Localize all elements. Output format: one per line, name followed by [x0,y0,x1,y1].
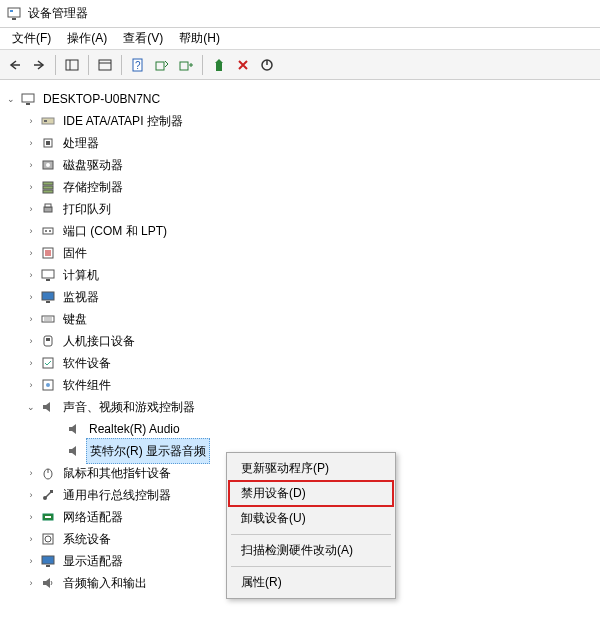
svg-rect-19 [44,120,47,122]
category-label: 音频输入和输出 [60,571,150,595]
svg-rect-38 [42,316,54,322]
expander-icon[interactable]: › [24,334,38,348]
tree-category[interactable]: ›存储控制器 [4,176,596,198]
menu-bar: 文件(F) 操作(A) 查看(V) 帮助(H) [0,28,600,50]
show-hide-tree-button[interactable] [61,54,83,76]
category-label: 固件 [60,241,90,265]
category-label: 存储控制器 [60,175,126,199]
tree-category[interactable]: ›计算机 [4,264,596,286]
svg-rect-42 [46,338,50,341]
printer-icon [40,201,56,217]
svg-rect-35 [46,279,50,281]
tree-category[interactable]: ›磁盘驱动器 [4,154,596,176]
menu-separator [231,534,391,535]
menu-properties[interactable]: 属性(R) [229,570,393,595]
properties-button[interactable] [94,54,116,76]
expander-icon[interactable]: › [24,268,38,282]
disk-icon [40,157,56,173]
expander-icon[interactable]: › [24,136,38,150]
expander-icon[interactable]: › [24,290,38,304]
mouse-icon [40,465,56,481]
category-label: 网络适配器 [60,505,126,529]
expander-icon[interactable]: › [24,488,38,502]
svg-rect-5 [99,60,111,70]
title-bar: 设备管理器 [0,0,600,28]
tree-category[interactable]: ›监视器 [4,286,596,308]
menu-file[interactable]: 文件(F) [4,28,59,49]
keyboard-icon [40,311,56,327]
tree-category[interactable]: ›固件 [4,242,596,264]
context-menu: 更新驱动程序(P) 禁用设备(D) 卸载设备(U) 扫描检测硬件改动(A) 属性… [226,452,396,599]
expander-icon[interactable]: › [24,510,38,524]
help-button[interactable]: ? [127,54,149,76]
tree-category[interactable]: ›IDE ATA/ATAPI 控制器 [4,110,596,132]
expander-icon[interactable]: › [24,202,38,216]
menu-help[interactable]: 帮助(H) [171,28,228,49]
menu-uninstall-device[interactable]: 卸载设备(U) [229,506,393,531]
tree-category[interactable]: ›打印队列 [4,198,596,220]
expander-icon[interactable]: › [24,312,38,326]
menu-disable-device[interactable]: 禁用设备(D) [229,481,393,506]
category-label: 监视器 [60,285,102,309]
category-label: 处理器 [60,131,102,155]
expander-icon[interactable]: › [24,180,38,194]
expander-icon[interactable]: › [24,532,38,546]
expander-icon[interactable]: › [24,158,38,172]
tree-device-realtek[interactable]: › Realtek(R) Audio [4,418,596,440]
tree-category[interactable]: ›端口 (COM 和 LPT) [4,220,596,242]
expander-icon[interactable]: › [24,224,38,238]
add-legacy-button[interactable] [175,54,197,76]
software-icon [40,355,56,371]
back-button[interactable] [4,54,26,76]
tree-category[interactable]: ›软件设备 [4,352,596,374]
expander-icon[interactable]: › [24,356,38,370]
tree-root[interactable]: ⌄ DESKTOP-U0BN7NC [4,88,596,110]
scan-button[interactable] [151,54,173,76]
svg-rect-25 [43,186,53,189]
system-icon [40,531,56,547]
port-icon [40,223,56,239]
category-label: 端口 (COM 和 LPT) [60,219,170,243]
tree-category-sound[interactable]: ⌄ 声音、视频和游戏控制器 [4,396,596,418]
svg-point-31 [49,230,51,232]
expander-icon[interactable]: ⌄ [24,400,38,414]
toolbar: ? [0,50,600,80]
component-icon [40,377,56,393]
menu-action[interactable]: 操作(A) [59,28,115,49]
menu-scan-hardware[interactable]: 扫描检测硬件改动(A) [229,538,393,563]
expander-icon[interactable]: ⌄ [4,92,18,106]
category-label: 显示适配器 [60,549,126,573]
tree-category[interactable]: ›人机接口设备 [4,330,596,352]
display-icon [40,553,56,569]
category-label: 鼠标和其他指针设备 [60,461,174,485]
window-title: 设备管理器 [28,5,88,22]
update-driver-button[interactable] [208,54,230,76]
tree-category[interactable]: ›处理器 [4,132,596,154]
menu-update-driver[interactable]: 更新驱动程序(P) [229,456,393,481]
uninstall-button[interactable] [232,54,254,76]
tree-category[interactable]: ›软件组件 [4,374,596,396]
menu-separator [231,566,391,567]
usb-icon [40,487,56,503]
expander-icon[interactable]: › [24,246,38,260]
audio-icon [40,575,56,591]
svg-point-23 [46,163,50,167]
expander-icon[interactable]: › [24,378,38,392]
svg-rect-10 [180,62,188,70]
expander-icon[interactable]: › [24,554,38,568]
svg-rect-54 [42,556,54,564]
menu-view[interactable]: 查看(V) [115,28,171,49]
hid-icon [40,333,56,349]
svg-rect-9 [156,62,164,70]
expander-icon[interactable]: › [24,114,38,128]
svg-rect-0 [8,8,20,17]
svg-rect-36 [42,292,54,300]
expander-icon[interactable]: › [24,466,38,480]
tree-category[interactable]: ›键盘 [4,308,596,330]
svg-rect-34 [42,270,54,278]
forward-button[interactable] [28,54,50,76]
svg-point-30 [45,230,47,232]
disable-button[interactable] [256,54,278,76]
svg-rect-43 [43,358,53,368]
expander-icon[interactable]: › [24,576,38,590]
